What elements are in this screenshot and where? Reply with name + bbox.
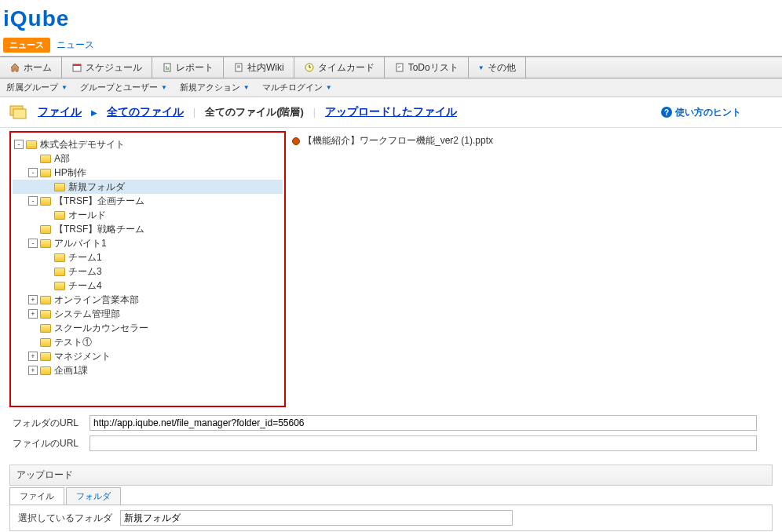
toggle-blank [28,224,38,234]
folder-closed-icon [40,352,51,361]
folder-closed-icon [40,324,51,333]
folder-closed-icon [54,282,65,290]
tree-node-label: マネジメント [54,350,111,363]
chevron-down-icon: ▼ [478,64,484,71]
selecting-folder-label: 選択しているフォルダ [18,512,112,525]
tree-node-label: 新規フォルダ [68,180,125,194]
file-item[interactable]: 【機能紹介】ワークフロー機能_ver2 (1).pptx [292,134,773,148]
toggle-blank [28,323,38,333]
tree-node-label: オンライン営業本部 [54,293,139,307]
folder-stack-icon [9,104,28,121]
expand-icon[interactable]: + [28,309,38,319]
todo-icon [394,62,405,73]
chevron-down-icon: ▼ [243,84,250,91]
collapse-icon[interactable]: - [14,140,24,149]
toggle-blank [42,253,52,262]
svg-rect-13 [13,109,26,118]
upload-tab-file[interactable]: ファイル [9,487,64,505]
tree-node[interactable]: チーム1 [13,250,283,264]
tree-node[interactable]: チーム3 [13,264,283,279]
folder-closed-icon [40,155,51,163]
collapse-icon[interactable]: - [28,239,38,248]
svg-rect-2 [164,64,170,71]
upload-header: アップロード [9,465,773,486]
chevron-down-icon: ▼ [326,84,332,91]
file-type-icon [292,137,300,145]
bc-all-files[interactable]: 全てのファイル [107,105,184,119]
nav-wiki[interactable]: 社内Wiki [224,57,294,78]
svg-rect-11 [396,64,403,71]
tree-node[interactable]: テスト① [13,335,283,349]
svg-rect-4 [168,67,170,70]
upload-section: アップロード ファイル フォルダ 選択しているフォルダ [9,465,773,531]
news-bar: ニュース ニュース [0,35,782,56]
subnav-group[interactable]: 所属グループ ▼ [6,82,68,93]
nav-home[interactable]: ホーム [0,57,62,78]
file-url-label: ファイルのURL [13,437,83,450]
nav-label: ホーム [24,61,52,75]
bc-uploaded[interactable]: アップロードしたファイル [325,105,457,119]
toggle-blank [28,154,38,163]
tree-node[interactable]: +オンライン営業本部 [13,293,283,307]
collapse-icon[interactable]: - [28,196,38,206]
chevron-down-icon: ▼ [161,84,167,91]
folder-url-input[interactable] [90,415,757,431]
tree-node-label: スクールカウンセラー [54,322,148,335]
tree-node-label: テスト① [54,336,92,349]
nav-timecard[interactable]: タイムカード [294,57,385,78]
tree-node-label: 【TRSF】戦略チーム [54,223,144,236]
upload-tabs: ファイル フォルダ [9,487,773,505]
tree-node-label: チーム1 [68,251,102,264]
upload-tab-folder[interactable]: フォルダ [66,487,121,505]
expand-icon[interactable]: + [28,352,38,361]
logo: iQube [0,0,782,35]
usage-hint[interactable]: ? 使い方のヒント [661,106,741,119]
nav-todo[interactable]: ToDoリスト [385,57,469,78]
tree-node[interactable]: +マネジメント [13,349,283,363]
tree-node[interactable]: -アルバイト1 [13,236,283,250]
nav-label: レポート [176,61,214,75]
tree-node[interactable]: -株式会社デモサイト [13,137,283,151]
tree-node[interactable]: オールド [13,208,283,222]
file-name: 【機能紹介】ワークフロー機能_ver2 (1).pptx [303,134,493,148]
subnav-groupuser[interactable]: グループとユーザー ▼ [80,82,167,93]
bc-file[interactable]: ファイル [38,105,82,119]
tree-node[interactable]: +システム管理部 [13,307,283,321]
tree-node[interactable]: スクールカウンセラー [13,321,283,335]
tree-node-label: 企画1課 [54,364,88,377]
tree-node[interactable]: A部 [13,151,283,166]
folder-closed-icon [40,310,51,319]
toggle-blank [42,281,52,290]
tree-node[interactable]: -【TRSF】企画チーム [13,194,283,208]
home-icon [9,62,20,73]
folder-url-label: フォルダのURL [13,417,83,430]
tree-node[interactable]: -HP制作 [13,166,283,180]
news-link[interactable]: ニュース [57,38,94,52]
tree-node-label: A部 [54,152,70,166]
nav-report[interactable]: レポート [152,57,224,78]
toggle-blank [42,267,52,276]
expand-icon[interactable]: + [28,295,38,304]
tree-node[interactable]: チーム4 [13,279,283,293]
file-url-input[interactable] [90,435,757,451]
subnav-newaction[interactable]: 新規アクション ▼ [180,82,250,93]
nav-label: スケジュール [86,61,142,75]
nav-other[interactable]: ▼ その他 [469,57,526,78]
tree-node-label: 【TRSF】企画チーム [54,195,144,208]
selecting-folder-input[interactable] [120,510,513,526]
folder-open-icon [40,239,51,248]
tree-node[interactable]: 新規フォルダ [13,180,283,194]
folder-tree: -株式会社デモサイトA部-HP制作新規フォルダ-【TRSF】企画チームオールド【… [13,137,283,377]
tree-node[interactable]: 【TRSF】戦略チーム [13,222,283,236]
subnav-multilogin[interactable]: マルチログイン ▼ [262,82,332,93]
folder-tree-panel: -株式会社デモサイトA部-HP制作新規フォルダ-【TRSF】企画チームオールド【… [9,131,286,407]
collapse-icon[interactable]: - [28,168,38,177]
chevron-right-icon: ▶ [91,108,97,117]
tree-node[interactable]: +企画1課 [13,363,283,377]
schedule-icon [71,62,82,73]
expand-icon[interactable]: + [28,366,38,375]
folder-closed-icon [40,366,51,375]
nav-schedule[interactable]: スケジュール [62,57,152,78]
tree-node-label: アルバイト1 [54,237,107,250]
folder-open-icon [40,197,51,206]
